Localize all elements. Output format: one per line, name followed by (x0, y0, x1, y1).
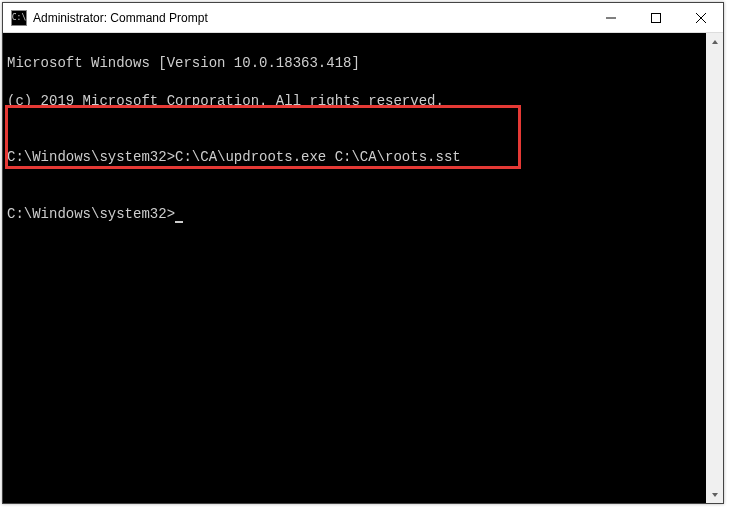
app-icon: C:\ (11, 10, 27, 26)
window-title: Administrator: Command Prompt (33, 11, 588, 25)
command-prompt-window: C:\ Administrator: Command Prompt Micros… (2, 2, 724, 504)
svg-marker-4 (712, 40, 718, 44)
chevron-up-icon (711, 38, 719, 46)
svg-marker-5 (712, 493, 718, 497)
svg-rect-1 (651, 13, 660, 22)
close-icon (696, 13, 706, 23)
scrollbar-track[interactable] (706, 50, 723, 486)
vertical-scrollbar[interactable] (706, 33, 723, 503)
close-button[interactable] (678, 3, 723, 32)
terminal-line: (c) 2019 Microsoft Corporation. All righ… (7, 92, 702, 111)
prompt: C:\Windows\system32> (7, 206, 175, 222)
scrollbar-down-arrow[interactable] (706, 486, 723, 503)
cursor (175, 221, 183, 223)
scrollbar-up-arrow[interactable] (706, 33, 723, 50)
maximize-button[interactable] (633, 3, 678, 32)
terminal-line: C:\Windows\system32> (7, 205, 702, 224)
command-text: C:\CA\updroots.exe C:\CA\roots.sst (175, 149, 461, 165)
content-area: Microsoft Windows [Version 10.0.18363.41… (3, 33, 723, 503)
minimize-button[interactable] (588, 3, 633, 32)
prompt: C:\Windows\system32> (7, 149, 175, 165)
chevron-down-icon (711, 491, 719, 499)
window-controls (588, 3, 723, 32)
terminal[interactable]: Microsoft Windows [Version 10.0.18363.41… (3, 33, 706, 503)
maximize-icon (651, 13, 661, 23)
app-icon-label: C:\ (12, 13, 26, 22)
terminal-line: Microsoft Windows [Version 10.0.18363.41… (7, 54, 702, 73)
terminal-line: C:\Windows\system32>C:\CA\updroots.exe C… (7, 148, 702, 167)
minimize-icon (606, 13, 616, 23)
titlebar[interactable]: C:\ Administrator: Command Prompt (3, 3, 723, 33)
